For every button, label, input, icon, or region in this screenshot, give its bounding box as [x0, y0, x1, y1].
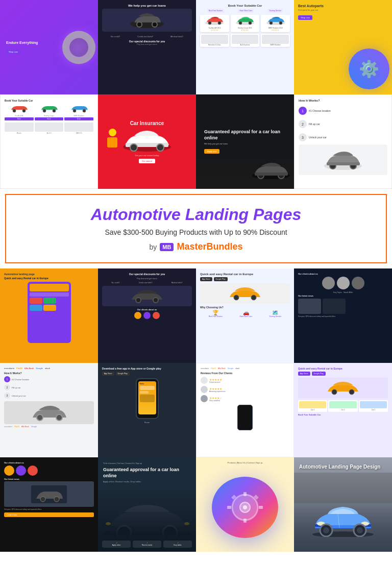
how-step-1: 1 #1 Choose location: [4, 376, 94, 382]
dark-news-content: Our clients about us Our latest news: [0, 457, 98, 552]
fiat-svg: [310, 504, 376, 537]
mini-phone: [237, 405, 253, 430]
step-3-text: Unlock your car: [309, 136, 327, 139]
latest-news-title: Our latest news: [298, 295, 388, 297]
autoparts-title: Best Autoparts: [298, 4, 388, 8]
autoparts-btn[interactable]: Shop now: [298, 15, 312, 20]
grid-cell-purple-tire: Endure Everything Shop now: [0, 0, 98, 94]
hero-title: Automotive Landing Pages: [16, 205, 376, 224]
client-photo-3: [352, 277, 364, 289]
svg-point-12: [13, 109, 16, 112]
step-1-number: 1: [302, 109, 304, 113]
logo-3: Alfa Bank: [24, 367, 34, 370]
engine-3d-visual: [212, 477, 278, 538]
avatar-1: [134, 312, 141, 319]
client-names: Tony Taylor Sarah Miller: [298, 291, 388, 293]
client-photo-1: [322, 277, 335, 289]
phone-app-label: Rento: [140, 383, 155, 385]
appstore-btn[interactable]: App Store: [200, 277, 212, 281]
car-photo-svg: [251, 161, 291, 179]
stars-3: ★★★★☆: [209, 396, 222, 400]
step-3: 3 Unlock your car: [299, 133, 387, 141]
steps-list: 1 #1 Choose location 2 Fill up car 3 Unl…: [299, 105, 387, 141]
phone-car-3: [30, 305, 42, 311]
orange-title: Automotive landing page: [4, 273, 94, 276]
purple-appstore[interactable]: App Store: [298, 372, 310, 376]
rv-logo-2: Flat24: [211, 368, 216, 370]
logo-4: Google: [36, 367, 43, 370]
hero-subtitle: Save $300-500 Buying Products with Up to…: [16, 228, 376, 236]
phone-app-bar: [140, 386, 155, 390]
grid-cell-how-works: How It Works? 1 #1 Choose location 2 Fil…: [294, 94, 392, 189]
svg-point-30: [136, 298, 141, 303]
cars-mini-grid-2: Mercedes S-Class Audi Supercar BMW Roads…: [200, 34, 290, 47]
feature-3-label: Touring Service: [269, 315, 281, 317]
bottom-r2c2-phone: Download a free app in App store or Goog…: [98, 363, 196, 457]
logo-b-2: Flat24: [14, 426, 19, 428]
bottom-r1c1-orange: Automotive landing page Quick and easy R…: [0, 268, 98, 363]
orange-car-purple-bg: [325, 380, 361, 396]
orange-car-area: [200, 283, 290, 304]
dark-discounts-content: Our special discounts for you Pay less a…: [98, 268, 196, 363]
avatar-3: [153, 312, 160, 319]
how-step-2: 2 Fill up car: [4, 384, 94, 390]
step-3-number: 3: [302, 136, 304, 139]
review-3-text: Very satisfied: [209, 400, 222, 402]
logo-b-4: Google: [31, 426, 37, 428]
dark-car-svg2: [129, 288, 165, 304]
reviews-content: monokaris Flat24 Alfa Bank Google slack …: [197, 363, 293, 457]
gray-location-content: monokaris Flat24 Alfa Bank Google slack …: [0, 363, 98, 457]
review-3-content: ★★★★☆ Very satisfied: [209, 396, 222, 402]
insurance-title: Car Insurance: [130, 120, 164, 126]
how-steps: 1 #1 Choose location 2 Fill up car 3 Unl…: [4, 376, 94, 399]
purple-glow: [59, 29, 97, 67]
svg-point-40: [54, 497, 59, 502]
hero-section: Automotive Landing Pages Save $300-500 B…: [5, 194, 387, 263]
scene-nav: To be a browser | Car loan | Contact Us …: [103, 462, 191, 464]
insurance-btn[interactable]: Get started: [139, 159, 155, 163]
svg-point-8: [249, 21, 252, 24]
appstore-btn-2[interactable]: App Store: [102, 372, 114, 376]
rv-logo-1: monokaris: [201, 368, 209, 370]
engine-gear-svg: [222, 487, 268, 528]
news-cta-btn[interactable]: Learn more: [4, 512, 94, 517]
phone-app-car-area: [140, 395, 155, 402]
bottom-r2c1-gray: monokaris Flat24 Alfa Bank Google slack …: [0, 363, 98, 457]
svg-rect-25: [255, 173, 288, 176]
mercedes-image: [299, 144, 387, 175]
grid-cell-red-insurance: Car Insurance Get your car insured today…: [98, 94, 196, 189]
svg-point-33: [251, 295, 256, 300]
dark-news-clients-title: Our clients about us: [4, 461, 94, 464]
svg-point-5: [218, 21, 221, 24]
automotive-design-text-area: Automotive Landing Page Design: [299, 463, 380, 470]
insurance-car-area: [102, 129, 192, 152]
step-3-icon: 3: [299, 133, 307, 141]
step-icon-1: 1: [4, 376, 10, 382]
app-store-btns: App Store Google Play: [200, 277, 290, 281]
car-svg-dark: [129, 11, 165, 29]
insurance-person: [105, 129, 120, 152]
purple-title: Endure Everything: [6, 40, 38, 45]
feature-2-label: Have Best Cars: [239, 315, 252, 317]
loan-options: No credit? Credit card debt? Medical deb…: [102, 35, 192, 38]
svg-point-39: [40, 497, 45, 502]
svg-point-10: [270, 21, 273, 24]
purple-gplay[interactable]: Google Play: [312, 372, 326, 376]
book-car-title: Book Your Suitable Car: [200, 4, 290, 7]
bottom-r1c2-dark: Our special discounts for you Pay less a…: [98, 268, 196, 363]
latest-news-dark: Our latest news: [4, 478, 94, 480]
engine-3d-icon: ⚙️: [349, 48, 389, 89]
phone-mockup-area: Rento: [102, 378, 192, 419]
step-2-text: Fill up car: [309, 122, 320, 126]
clients-title-dark: Our clients about us: [298, 273, 388, 275]
guaranteed-btn[interactable]: Apply now: [204, 149, 219, 154]
news-client-1: [4, 465, 14, 476]
purple-btn[interactable]: Shop now: [6, 50, 20, 54]
top-grid: Endure Everything Shop now We help you g…: [0, 0, 392, 189]
rental-title: Quick and easy Rental car in Europe: [200, 273, 290, 276]
googleplay-btn-2[interactable]: Google Play: [116, 372, 130, 376]
svg-point-32: [234, 295, 239, 300]
autoparts-subtitle: Find parts for your car: [298, 9, 388, 11]
hero-brand: by MB MasterBundles: [16, 241, 376, 252]
google-btn[interactable]: Google Play: [214, 277, 228, 281]
